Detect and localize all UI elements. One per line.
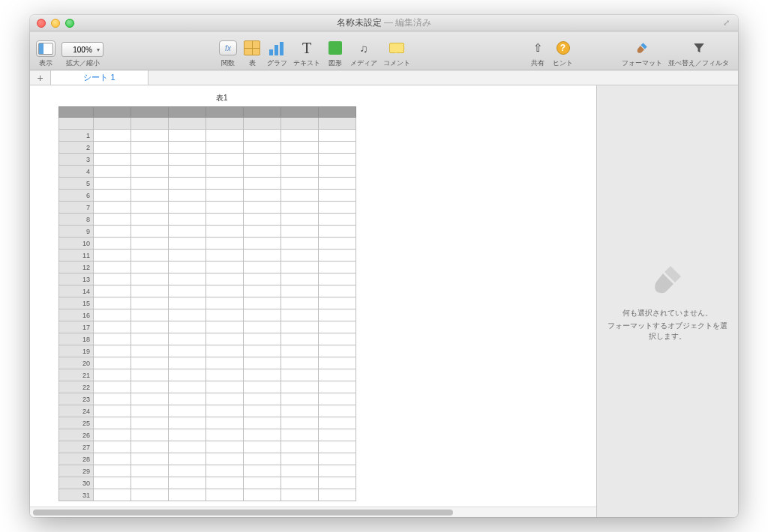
cell[interactable] [131, 285, 169, 297]
cell[interactable] [206, 477, 244, 489]
cell[interactable] [206, 262, 244, 273]
row-header[interactable]: 7 [59, 202, 94, 214]
cell[interactable] [131, 417, 169, 429]
cell[interactable] [169, 465, 206, 477]
cell[interactable] [131, 405, 169, 417]
cell[interactable] [94, 477, 131, 489]
cell[interactable] [169, 154, 206, 166]
cell[interactable] [94, 214, 131, 226]
cell[interactable] [206, 142, 244, 154]
cell[interactable] [244, 489, 281, 501]
row-header[interactable]: 20 [59, 357, 94, 369]
cell[interactable] [281, 381, 319, 393]
cell[interactable] [169, 405, 206, 417]
cell[interactable] [206, 465, 244, 477]
cell[interactable] [206, 405, 244, 417]
cell[interactable] [281, 393, 319, 405]
row-header[interactable]: 5 [59, 178, 94, 190]
tab-sheet1[interactable]: シート 1 [51, 70, 148, 85]
cell[interactable] [94, 250, 131, 262]
cell[interactable] [319, 214, 356, 226]
cell[interactable] [169, 381, 206, 393]
cell[interactable] [169, 477, 206, 489]
cell[interactable] [319, 130, 356, 142]
cell[interactable] [281, 130, 319, 142]
cell[interactable] [319, 465, 356, 477]
cell[interactable] [131, 250, 169, 262]
cell[interactable] [281, 333, 319, 345]
cell[interactable] [94, 381, 131, 393]
cell[interactable] [169, 489, 206, 501]
horizontal-scrollbar[interactable] [30, 507, 596, 517]
cell[interactable] [131, 273, 169, 285]
row-header[interactable]: 2 [59, 142, 94, 154]
cell[interactable] [281, 214, 319, 226]
row-header[interactable]: 13 [59, 273, 94, 285]
cell[interactable] [281, 202, 319, 214]
cell[interactable] [169, 202, 206, 214]
text-button[interactable]: T [298, 39, 316, 57]
cell[interactable] [281, 357, 319, 369]
row-header[interactable]: 11 [59, 250, 94, 262]
cell[interactable] [206, 285, 244, 297]
cell[interactable] [206, 130, 244, 142]
cell[interactable] [206, 429, 244, 441]
row-header[interactable]: 16 [59, 309, 94, 321]
cell[interactable] [244, 453, 281, 465]
cell[interactable] [319, 381, 356, 393]
cell[interactable] [169, 214, 206, 226]
row-header[interactable]: 15 [59, 297, 94, 309]
cell[interactable] [94, 465, 131, 477]
cell[interactable] [281, 142, 319, 154]
row-header[interactable]: 26 [59, 429, 94, 441]
cell[interactable] [206, 453, 244, 465]
cell[interactable] [131, 130, 169, 142]
cell[interactable] [94, 345, 131, 357]
scrollbar-thumb[interactable] [33, 510, 453, 516]
cell[interactable] [281, 190, 319, 202]
cell[interactable] [319, 250, 356, 262]
cell[interactable] [206, 273, 244, 285]
cell[interactable] [281, 166, 319, 178]
row-header[interactable]: 6 [59, 190, 94, 202]
cell[interactable] [319, 417, 356, 429]
cell[interactable] [281, 285, 319, 297]
cell[interactable] [281, 154, 319, 166]
cell[interactable] [94, 166, 131, 178]
cell[interactable] [206, 214, 244, 226]
cell[interactable] [206, 309, 244, 321]
cell[interactable] [206, 250, 244, 262]
cell[interactable] [281, 309, 319, 321]
cell[interactable] [206, 357, 244, 369]
cell[interactable] [319, 166, 356, 178]
cell[interactable] [131, 429, 169, 441]
cell[interactable] [94, 321, 131, 333]
zoom-select[interactable]: 100% [62, 42, 104, 57]
row-header[interactable]: 29 [59, 465, 94, 477]
cell[interactable] [131, 297, 169, 309]
cell[interactable] [94, 130, 131, 142]
cell[interactable] [169, 142, 206, 154]
cell[interactable] [319, 178, 356, 190]
cell[interactable] [131, 477, 169, 489]
hint-button[interactable]: ? [554, 39, 572, 57]
cell[interactable] [131, 453, 169, 465]
cell[interactable] [281, 441, 319, 453]
cell[interactable] [131, 226, 169, 238]
cell[interactable] [244, 417, 281, 429]
table-button[interactable] [243, 39, 261, 57]
cell[interactable] [244, 309, 281, 321]
cell[interactable] [169, 226, 206, 238]
cell[interactable] [206, 393, 244, 405]
cell[interactable] [131, 142, 169, 154]
cell[interactable] [169, 357, 206, 369]
row-header[interactable]: 21 [59, 369, 94, 381]
cell[interactable] [206, 166, 244, 178]
cell[interactable] [169, 190, 206, 202]
cell[interactable] [94, 154, 131, 166]
cell[interactable] [94, 142, 131, 154]
cell[interactable] [244, 202, 281, 214]
view-button[interactable] [36, 40, 56, 57]
cell[interactable] [131, 202, 169, 214]
sort-button[interactable] [690, 39, 708, 57]
